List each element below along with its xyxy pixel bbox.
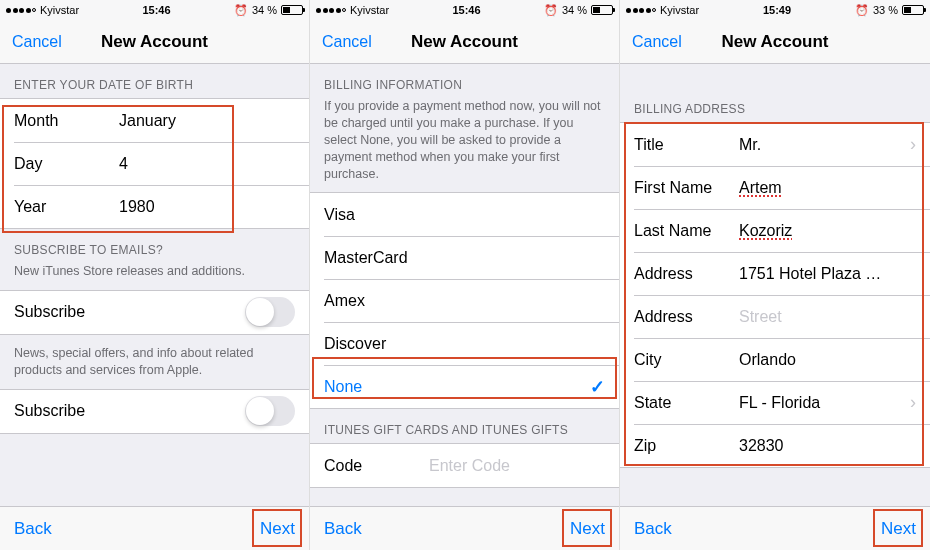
checkmark-icon: ✓: [590, 376, 605, 398]
clock: 15:46: [142, 4, 170, 16]
chevron-right-icon: ›: [904, 392, 916, 413]
statusbar: Kyivstar 15:46 ⏰ 34 %: [0, 0, 309, 20]
back-button[interactable]: Back: [634, 519, 672, 539]
battery-pct: 34 %: [252, 4, 277, 16]
address2-input[interactable]: Street: [739, 308, 916, 326]
gift-code-input[interactable]: Enter Code: [429, 457, 605, 475]
statusbar: Kyivstar 15:46 ⏰ 34 %: [310, 0, 619, 20]
payment-discover[interactable]: Discover: [310, 322, 619, 365]
navbar: Cancel New Account: [310, 20, 619, 64]
alarm-icon: ⏰: [234, 4, 248, 17]
emails-note-1: New iTunes Store releases and additions.: [0, 263, 309, 290]
payment-mastercard[interactable]: MasterCard: [310, 236, 619, 279]
subscribe-row-1: Subscribe: [0, 291, 309, 334]
payment-amex[interactable]: Amex: [310, 279, 619, 322]
dob-day-label: Day: [14, 155, 119, 173]
battery-icon: [281, 5, 303, 15]
dob-month-label: Month: [14, 112, 119, 130]
next-button[interactable]: Next: [881, 519, 916, 539]
last-name-input[interactable]: Kozoriz: [739, 222, 916, 240]
dob-group: Month January Day 4 Year 1980: [0, 98, 309, 229]
cancel-button[interactable]: Cancel: [632, 33, 682, 51]
signal-dots-icon: [316, 8, 346, 13]
subscribe-row-2: Subscribe: [0, 390, 309, 433]
next-button[interactable]: Next: [570, 519, 605, 539]
address1-row[interactable]: Address 1751 Hotel Plaza …: [620, 252, 930, 295]
phone-screen-2: Kyivstar 15:46 ⏰ 34 % Cancel New Account…: [310, 0, 620, 550]
page-title: New Account: [411, 32, 518, 52]
signal-dots-icon: [626, 8, 656, 13]
carrier-label: Kyivstar: [660, 4, 699, 16]
carrier-label: Kyivstar: [350, 4, 389, 16]
last-name-row[interactable]: Last Name Kozoriz: [620, 209, 930, 252]
battery-pct: 33 %: [873, 4, 898, 16]
subscribe-toggle-2[interactable]: [245, 396, 295, 426]
first-name-input[interactable]: Artem: [739, 179, 916, 197]
billing-info-explain: If you provide a payment method now, you…: [310, 98, 619, 192]
dob-month-row[interactable]: Month January: [0, 99, 309, 142]
phone-screen-3: Kyivstar 15:49 ⏰ 33 % Cancel New Account…: [620, 0, 930, 550]
battery-icon: [591, 5, 613, 15]
address2-row[interactable]: Address Street: [620, 295, 930, 338]
back-button[interactable]: Back: [14, 519, 52, 539]
clock: 15:46: [452, 4, 480, 16]
navbar: Cancel New Account: [0, 20, 309, 64]
next-button[interactable]: Next: [260, 519, 295, 539]
emails-header: SUBSCRIBE TO EMAILS?: [0, 229, 309, 263]
phone-screen-1: Kyivstar 15:46 ⏰ 34 % Cancel New Account…: [0, 0, 310, 550]
page-title: New Account: [721, 32, 828, 52]
cancel-button[interactable]: Cancel: [322, 33, 372, 51]
state-row[interactable]: State FL - Florida ›: [620, 381, 930, 424]
payment-visa[interactable]: Visa: [310, 193, 619, 236]
dob-day-row[interactable]: Day 4: [0, 142, 309, 185]
emails-note-2: News, special offers, and info about rel…: [0, 335, 309, 389]
first-name-row[interactable]: First Name Artem: [620, 166, 930, 209]
billing-info-header: BILLING INFORMATION: [310, 64, 619, 98]
statusbar: Kyivstar 15:49 ⏰ 33 %: [620, 0, 930, 20]
footer: Back Next: [310, 506, 619, 550]
navbar: Cancel New Account: [620, 20, 930, 64]
alarm-icon: ⏰: [855, 4, 869, 17]
signal-dots-icon: [6, 8, 36, 13]
zip-row[interactable]: Zip 32830: [620, 424, 930, 467]
dob-month-value: January: [119, 112, 295, 130]
chevron-right-icon: ›: [904, 134, 916, 155]
gift-code-label: Code: [324, 457, 429, 475]
battery-pct: 34 %: [562, 4, 587, 16]
battery-icon: [902, 5, 924, 15]
billing-address-group: Title Mr. › First Name Artem Last Name K…: [620, 122, 930, 468]
payment-none[interactable]: None ✓: [310, 365, 619, 408]
zip-input[interactable]: 32830: [739, 437, 916, 455]
subscribe-toggle-1[interactable]: [245, 297, 295, 327]
carrier-label: Kyivstar: [40, 4, 79, 16]
subscribe-label-2: Subscribe: [14, 402, 245, 420]
dob-year-row[interactable]: Year 1980: [0, 185, 309, 228]
dob-header: ENTER YOUR DATE OF BIRTH: [0, 64, 309, 98]
gift-code-row[interactable]: Code Enter Code: [310, 444, 619, 487]
dob-day-value: 4: [119, 155, 295, 173]
cancel-button[interactable]: Cancel: [12, 33, 62, 51]
page-title: New Account: [101, 32, 208, 52]
back-button[interactable]: Back: [324, 519, 362, 539]
footer: Back Next: [620, 506, 930, 550]
title-row[interactable]: Title Mr. ›: [620, 123, 930, 166]
gift-header: ITUNES GIFT CARDS AND ITUNES GIFTS: [310, 409, 619, 443]
footer: Back Next: [0, 506, 309, 550]
city-row[interactable]: City Orlando: [620, 338, 930, 381]
subscribe-label-1: Subscribe: [14, 303, 245, 321]
clock: 15:49: [763, 4, 791, 16]
address1-input[interactable]: 1751 Hotel Plaza …: [739, 265, 916, 283]
alarm-icon: ⏰: [544, 4, 558, 17]
payment-methods-group: Visa MasterCard Amex Discover None ✓: [310, 192, 619, 409]
dob-year-label: Year: [14, 198, 119, 216]
dob-year-value: 1980: [119, 198, 295, 216]
city-input[interactable]: Orlando: [739, 351, 916, 369]
billing-address-header: BILLING ADDRESS: [620, 64, 930, 122]
